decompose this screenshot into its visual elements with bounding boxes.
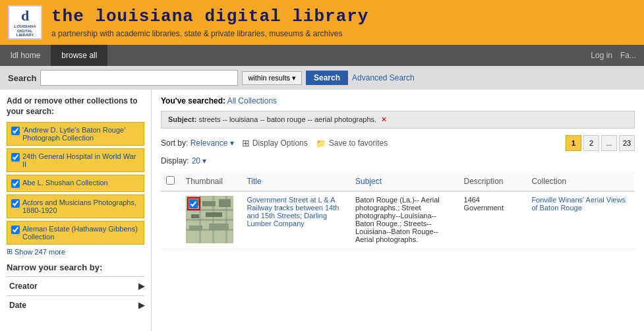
svg-rect-13: [209, 224, 229, 230]
sidebar-collection-1[interactable]: 24th General Hospital in World War II: [7, 148, 144, 172]
row-subject-cell: Baton Rouge (La.)-- Aerial photographs.;…: [350, 191, 459, 249]
col-subject[interactable]: Subject: [350, 172, 459, 191]
row-thumbnail-cell: [181, 191, 242, 249]
col-thumbnail: Thumbnail: [181, 172, 242, 191]
main-content: You've searched: All Collections Subject…: [152, 90, 644, 331]
plus-icon: ⊞: [7, 247, 13, 256]
page-2-button[interactable]: 2: [583, 135, 599, 151]
col-checkbox: [161, 172, 181, 191]
site-subtitle: a partnership with academic libraries, s…: [51, 29, 368, 38]
within-results-button[interactable]: within results ▾: [242, 71, 302, 85]
result-collection-link[interactable]: Fonville Winans' Aerial Views of Baton R…: [531, 196, 626, 212]
collection-link-1[interactable]: 24th General Hospital in World War II: [22, 152, 140, 168]
collection-checkbox-4[interactable]: [11, 226, 20, 234]
narrow-creator-label: Creator: [9, 282, 38, 291]
grid-icon: ⊞: [242, 138, 250, 148]
main-layout: Add or remove other collections to your …: [0, 90, 644, 331]
save-favorites-button[interactable]: 📁 Save to favorites: [316, 138, 388, 148]
nav-login[interactable]: Log in: [591, 51, 612, 60]
row-title-cell: Government Street at L & A Railway track…: [241, 191, 350, 249]
sort-by-label: Sort by: Relevance ▾: [161, 138, 234, 148]
col-collection: Collection: [526, 172, 635, 191]
chevron-right-icon-2: ▶: [138, 301, 144, 310]
save-favorites-label: Save to favorites: [329, 138, 388, 148]
all-collections-link[interactable]: All Collections: [227, 96, 277, 105]
collection-checkbox-0[interactable]: [11, 127, 20, 135]
row-description-cell: 1464 Government: [459, 191, 527, 249]
subject-label: Subject:: [168, 115, 196, 123]
nav-ldl-home[interactable]: ldl home: [0, 45, 51, 66]
sidebar-add-title: Add or remove other collections to your …: [7, 96, 144, 117]
collection-link-2[interactable]: Abe L. Shushan Collection: [22, 179, 108, 187]
svg-rect-12: [189, 226, 202, 231]
sidebar-collection-2[interactable]: Abe L. Shushan Collection: [7, 175, 144, 192]
collection-link-3[interactable]: Actors and Musicians Photographs, 1880-1…: [22, 198, 140, 214]
svg-rect-11: [206, 212, 222, 217]
select-all-checkbox[interactable]: [166, 176, 175, 185]
narrow-date-label: Date: [9, 301, 26, 310]
row-collection-cell: Fonville Winans' Aerial Views of Baton R…: [526, 191, 635, 249]
narrow-creator[interactable]: Creator ▶: [7, 276, 144, 295]
result-desc-text: 1464 Government: [464, 196, 504, 212]
thumb-checkbox-overlay: [187, 197, 200, 210]
narrow-date[interactable]: Date ▶: [7, 295, 144, 315]
show-more-link[interactable]: ⊞ Show 247 more: [7, 247, 144, 256]
thumbnail-wrapper: [186, 196, 233, 243]
site-logo: d LOUISIANADIGITALLIBRARY: [8, 5, 42, 40]
search-label: Search: [8, 73, 36, 83]
result-subject-text: Baton Rouge (La.)-- Aerial photographs.;…: [355, 196, 440, 243]
show-more-label: Show 247 more: [15, 248, 65, 256]
subject-value: streets -- louisiana -- baton rouge -- a…: [198, 115, 376, 123]
search-input[interactable]: [40, 70, 238, 86]
collection-checkbox-1[interactable]: [11, 153, 20, 162]
svg-rect-9: [219, 199, 231, 207]
advanced-search-link[interactable]: Advanced Search: [352, 73, 415, 82]
remove-filter-button[interactable]: ✕: [381, 115, 387, 123]
col-title[interactable]: Title: [241, 172, 350, 191]
display-label: Display:: [161, 156, 189, 166]
searched-prefix: You've searched:: [161, 96, 225, 105]
table-row: Government Street at L & A Railway track…: [161, 191, 635, 249]
narrow-title: Narrow your search by:: [7, 262, 144, 272]
col-description: Description: [459, 172, 527, 191]
sidebar-collection-4[interactable]: Aleman Estate (Hathaway Gibbens) Collect…: [7, 221, 144, 245]
searched-bar: You've searched: All Collections: [161, 96, 635, 105]
subject-filter: Subject: streets -- louisiana -- baton r…: [161, 111, 635, 129]
display-options-label: Display Options: [252, 138, 308, 148]
collection-link-4[interactable]: Aleman Estate (Hathaway Gibbens) Collect…: [22, 225, 140, 241]
display-count-link[interactable]: 20 ▾: [192, 156, 207, 166]
page-last-button[interactable]: 23: [619, 135, 635, 151]
sidebar-collection-0[interactable]: 'Andrew D. Lytle's Baton Rouge' Photogra…: [7, 122, 144, 146]
main-nav: ldl home browse all Log in Fa...: [0, 45, 644, 66]
collection-link-0[interactable]: 'Andrew D. Lytle's Baton Rouge' Photogra…: [22, 126, 140, 142]
row-checkbox-cell: [161, 191, 181, 249]
folder-icon: 📁: [316, 138, 326, 148]
chevron-right-icon: ▶: [138, 282, 144, 291]
nav-fa[interactable]: Fa...: [620, 51, 636, 60]
svg-rect-8: [202, 201, 216, 206]
sort-relevance-link[interactable]: Relevance ▾: [190, 138, 234, 148]
logo-letter: d: [15, 7, 36, 24]
page-1-button[interactable]: 1: [566, 135, 581, 151]
result-title-link[interactable]: Government Street at L & A Railway track…: [247, 196, 339, 227]
page-ellipsis: ...: [601, 135, 617, 151]
nav-right: Log in Fa...: [591, 51, 644, 60]
display-count-row: Display: 20 ▾: [161, 156, 635, 166]
svg-rect-10: [191, 214, 199, 218]
nav-browse-all[interactable]: browse all: [51, 45, 107, 66]
collection-checkbox-3[interactable]: [11, 199, 20, 208]
search-bar: Search within results ▾ Search Advanced …: [0, 66, 644, 90]
row-select-checkbox[interactable]: [189, 200, 198, 208]
toolbar: Sort by: Relevance ▾ ⊞ Display Options 📁…: [161, 135, 635, 151]
results-table: Thumbnail Title Subject Description Coll…: [161, 172, 635, 249]
sidebar-collection-3[interactable]: Actors and Musicians Photographs, 1880-1…: [7, 195, 144, 218]
pagination: 1 2 ... 23: [566, 135, 635, 151]
sidebar: Add or remove other collections to your …: [0, 90, 152, 331]
site-title-group: the louisiana digital library a partners…: [51, 7, 368, 38]
site-header: d LOUISIANADIGITALLIBRARY the louisiana …: [0, 0, 644, 45]
collection-checkbox-2[interactable]: [11, 179, 20, 188]
display-options-button[interactable]: ⊞ Display Options: [242, 138, 308, 148]
site-title: the louisiana digital library: [51, 7, 368, 26]
search-button[interactable]: Search: [306, 71, 348, 85]
table-header: Thumbnail Title Subject Description Coll…: [161, 172, 635, 191]
